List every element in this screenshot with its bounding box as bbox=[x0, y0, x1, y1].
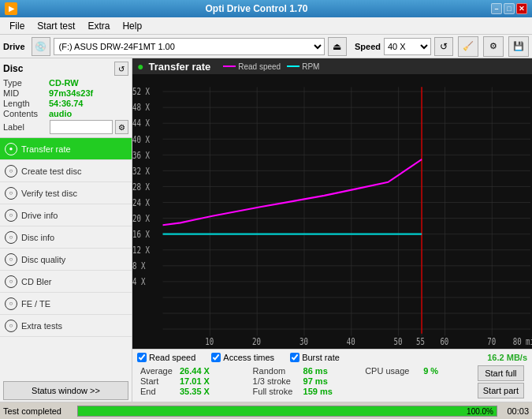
sidebar: Disc ↺ Type CD-RW MID 97m34s23f Length 5… bbox=[0, 58, 132, 402]
cb-read-speed-input[interactable] bbox=[137, 353, 147, 362]
nav-label-extra: Extra tests bbox=[21, 321, 62, 331]
chart-title: Transfer rate bbox=[148, 61, 210, 73]
nav-label-bler: CD Bler bbox=[21, 277, 52, 286]
svg-text:32 X: 32 X bbox=[132, 165, 150, 177]
disc-refresh-btn[interactable]: ↺ bbox=[114, 62, 128, 76]
svg-text:28 X: 28 X bbox=[132, 181, 150, 193]
nav-verify-test-disc[interactable]: ○ Verify test disc bbox=[0, 182, 132, 204]
nav-cd-bler[interactable]: ○ CD Bler bbox=[0, 271, 132, 293]
nav-disc-info[interactable]: ○ Disc info bbox=[0, 226, 132, 249]
nav-label-quality: Disc quality bbox=[21, 255, 65, 264]
label-settings-btn[interactable]: ⚙ bbox=[115, 120, 128, 134]
start-full-button[interactable]: Start full bbox=[478, 365, 524, 381]
main-layout: Disc ↺ Type CD-RW MID 97m34s23f Length 5… bbox=[0, 58, 532, 402]
checkbox-access-times[interactable]: Access times bbox=[211, 353, 274, 362]
stats-bar: Read speed Access times Burst rate 16.2 … bbox=[132, 349, 532, 402]
app-icon: ▶ bbox=[5, 2, 17, 15]
svg-text:55: 55 bbox=[416, 336, 425, 347]
nav-fe-te[interactable]: ○ FE / TE bbox=[0, 293, 132, 315]
svg-text:20 X: 20 X bbox=[132, 212, 150, 224]
svg-text:40: 40 bbox=[347, 336, 355, 347]
nav-icon-transfer: ● bbox=[5, 143, 17, 155]
svg-text:48 X: 48 X bbox=[132, 102, 150, 114]
svg-text:20: 20 bbox=[252, 336, 261, 347]
nav-disc-quality[interactable]: ○ Disc quality bbox=[0, 249, 132, 271]
status-window-button[interactable]: Status window >> bbox=[3, 381, 128, 400]
drive-select[interactable]: (F:) ASUS DRW-24F1MT 1.00 bbox=[54, 38, 325, 55]
svg-text:50: 50 bbox=[394, 336, 403, 347]
content-area: ● Transfer rate Read speed RPM bbox=[132, 58, 532, 402]
minimize-button[interactable]: – bbox=[491, 3, 502, 14]
nav-label-create: Create test disc bbox=[21, 166, 81, 176]
nav-extra-tests[interactable]: ○ Extra tests bbox=[0, 315, 132, 337]
menu-file[interactable]: File bbox=[3, 19, 31, 33]
type-val: CD-RW bbox=[49, 78, 79, 88]
nav-label-transfer: Transfer rate bbox=[21, 144, 71, 154]
close-button[interactable]: ✕ bbox=[516, 3, 527, 14]
nav-icon-bler: ○ bbox=[5, 275, 17, 288]
drive-label: Drive bbox=[3, 42, 25, 51]
speed-select[interactable]: 40 X bbox=[384, 38, 431, 55]
svg-text:10: 10 bbox=[205, 336, 214, 347]
nav-icon-drive: ○ bbox=[5, 209, 17, 222]
svg-rect-0 bbox=[132, 76, 532, 347]
svg-text:80 min: 80 min bbox=[513, 336, 532, 347]
cb-access-times-input[interactable] bbox=[211, 353, 221, 362]
save-button[interactable]: 💾 bbox=[508, 36, 529, 57]
speed-label: Speed bbox=[355, 42, 381, 51]
progress-time: 00:03 bbox=[500, 406, 529, 416]
stats-col-cpu: CPU usage 9 % bbox=[362, 364, 474, 400]
menu-start-test[interactable]: Start test bbox=[31, 19, 81, 33]
nav-label-verify: Verify test disc bbox=[21, 189, 77, 198]
mid-val: 97m34s23f bbox=[49, 88, 93, 98]
menu-help[interactable]: Help bbox=[116, 19, 148, 33]
mid-key: MID bbox=[3, 88, 49, 98]
progress-fill bbox=[78, 406, 497, 416]
length-val: 54:36.74 bbox=[49, 99, 83, 108]
stats-rows: Average 26.44 X Start 17.01 X End 35.35 … bbox=[137, 364, 527, 400]
nav-label-fete: FE / TE bbox=[21, 299, 50, 309]
clear-button[interactable]: 🧹 bbox=[458, 36, 478, 57]
svg-text:16 X: 16 X bbox=[132, 228, 150, 240]
svg-text:44 X: 44 X bbox=[132, 118, 150, 129]
eject-button[interactable]: ⏏ bbox=[328, 37, 347, 56]
chart-svg: 52 X 48 X 44 X 40 X 36 X 32 X 28 X 24 X … bbox=[132, 76, 532, 347]
nav-icon-quality: ○ bbox=[5, 253, 17, 266]
stats-col-access: Random 86 ms 1/3 stroke 97 ms Full strok… bbox=[250, 364, 363, 400]
menubar: File Start test Extra Help bbox=[0, 17, 532, 35]
nav-icon-create: ○ bbox=[5, 165, 17, 178]
progress-percent: 100.0% bbox=[467, 406, 493, 417]
refresh-button[interactable]: ↺ bbox=[434, 37, 453, 56]
svg-text:36 X: 36 X bbox=[132, 149, 150, 161]
svg-text:4 X: 4 X bbox=[132, 276, 146, 288]
svg-text:40 X: 40 X bbox=[132, 133, 150, 145]
nav-icon-extra: ○ bbox=[5, 320, 17, 332]
burst-rate-value: 16.2 MB/s bbox=[487, 353, 527, 362]
settings-button[interactable]: ⚙ bbox=[483, 36, 504, 57]
legend-rpm: RPM bbox=[287, 62, 319, 71]
disc-panel: Disc ↺ Type CD-RW MID 97m34s23f Length 5… bbox=[0, 58, 132, 138]
label-key: Label bbox=[3, 122, 47, 132]
checkbox-burst-rate[interactable]: Burst rate bbox=[290, 353, 340, 362]
checkbox-read-speed[interactable]: Read speed bbox=[137, 353, 195, 362]
legend-color-read bbox=[223, 65, 236, 67]
start-part-button[interactable]: Start part bbox=[478, 383, 524, 398]
menu-extra[interactable]: Extra bbox=[81, 19, 116, 33]
progress-track: 100.0% bbox=[77, 406, 497, 417]
label-input[interactable] bbox=[50, 120, 113, 134]
chart-icon: ● bbox=[137, 60, 143, 73]
nav-transfer-rate[interactable]: ● Transfer rate bbox=[0, 138, 132, 160]
action-buttons: Start full Start part bbox=[474, 364, 527, 400]
svg-text:52 X: 52 X bbox=[132, 86, 150, 98]
nav-drive-info[interactable]: ○ Drive info bbox=[0, 204, 132, 226]
svg-text:12 X: 12 X bbox=[132, 244, 150, 256]
chart-header: ● Transfer rate Read speed RPM bbox=[132, 58, 532, 74]
cb-burst-rate-input[interactable] bbox=[290, 353, 299, 362]
svg-text:60: 60 bbox=[440, 336, 448, 347]
nav-label-disc: Disc info bbox=[21, 233, 54, 242]
nav-icon-verify: ○ bbox=[5, 187, 17, 200]
window-controls: – □ ✕ bbox=[491, 3, 527, 14]
nav-create-test-disc[interactable]: ○ Create test disc bbox=[0, 160, 132, 182]
maximize-button[interactable]: □ bbox=[504, 3, 515, 14]
drive-icon-btn: 💿 bbox=[32, 37, 50, 56]
